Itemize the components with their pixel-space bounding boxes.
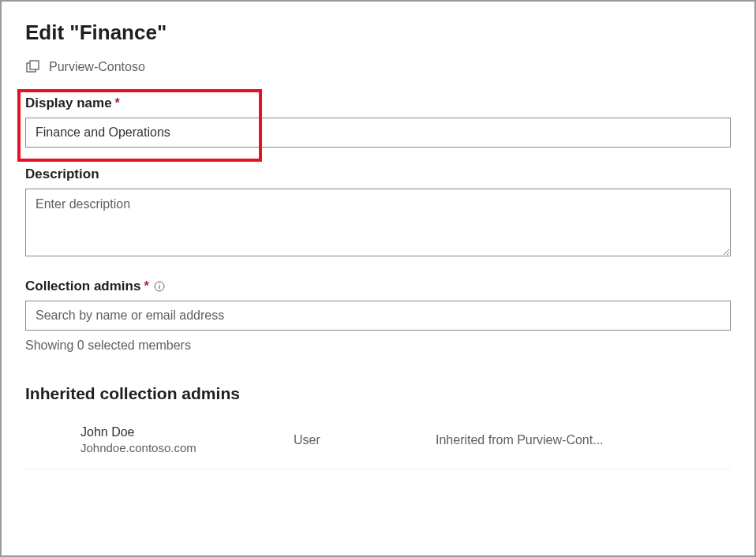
collection-icon bbox=[25, 59, 41, 75]
required-indicator: * bbox=[115, 96, 120, 110]
collection-admins-search-input[interactable] bbox=[25, 301, 731, 331]
collection-admins-helper: Showing 0 selected members bbox=[25, 338, 731, 353]
display-name-label: Display name * bbox=[25, 95, 731, 111]
inherited-admin-row: John Doe Johndoe.contoso.com User Inheri… bbox=[25, 419, 731, 469]
display-name-input[interactable] bbox=[25, 118, 731, 148]
display-name-section: Display name * bbox=[25, 95, 731, 148]
description-input[interactable] bbox=[25, 189, 731, 256]
admin-name-column: John Doe Johndoe.contoso.com bbox=[25, 425, 294, 454]
breadcrumb: Purview-Contoso bbox=[25, 59, 731, 75]
collection-admins-label: Collection admins * bbox=[25, 278, 731, 294]
info-icon[interactable] bbox=[154, 281, 165, 292]
breadcrumb-text: Purview-Contoso bbox=[49, 60, 145, 74]
collection-admins-section: Collection admins * Showing 0 selected m… bbox=[25, 278, 731, 353]
admin-inherited-from: Inherited from Purview-Cont... bbox=[436, 433, 731, 447]
page-title: Edit "Finance" bbox=[25, 21, 731, 45]
admin-name: John Doe bbox=[80, 425, 294, 439]
required-indicator: * bbox=[144, 279, 148, 293]
svg-rect-1 bbox=[30, 61, 39, 69]
inherited-admins-heading: Inherited collection admins bbox=[25, 384, 731, 403]
admin-type: User bbox=[294, 433, 436, 447]
svg-point-4 bbox=[159, 283, 159, 284]
admin-email: Johndoe.contoso.com bbox=[80, 441, 294, 454]
description-section: Description bbox=[25, 166, 731, 260]
description-label: Description bbox=[25, 166, 731, 182]
